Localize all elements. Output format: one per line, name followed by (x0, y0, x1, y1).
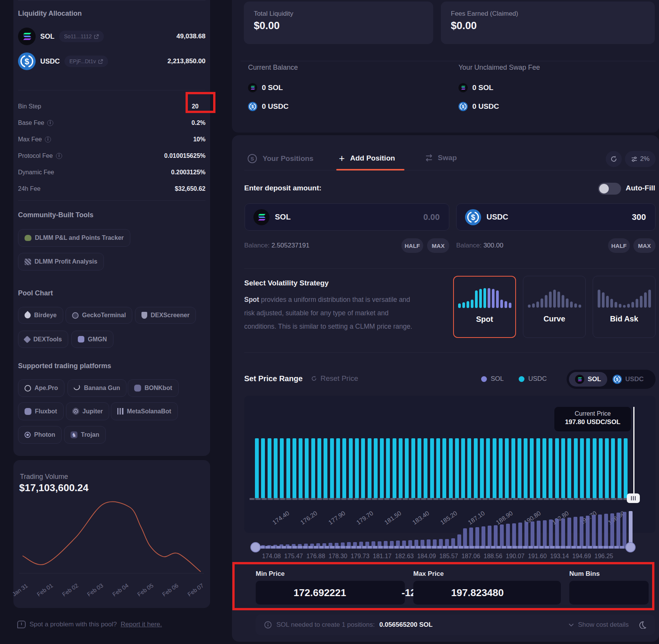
section-divider (18, 90, 205, 90)
link-label: DEXTools (33, 336, 62, 343)
moon-icon (639, 621, 646, 629)
banana-icon (74, 385, 81, 391)
report-link[interactable]: Report it here. (121, 621, 162, 628)
price-range-title: Set Price Range (244, 374, 302, 383)
token-address-pill[interactable]: So11...1112 (59, 31, 104, 42)
liquidity-bin-bar (467, 438, 471, 498)
tooltip-value: 197.80 USDC/SOL (554, 418, 631, 426)
depth-bin-bar (488, 526, 491, 547)
platform-jupiter[interactable]: Jupiter (66, 402, 109, 420)
reset-icon (311, 375, 317, 382)
platform-apepro[interactable]: Ape.Pro (18, 379, 64, 397)
liquidity-bin-bar (374, 438, 378, 498)
card-label: Total Liquidity (254, 10, 293, 18)
usdc-half-button[interactable]: HALF (608, 238, 630, 253)
link-birdeye[interactable]: Birdeye (18, 307, 63, 324)
link-dexscreener[interactable]: DEXScreener (135, 307, 196, 324)
info-icon[interactable] (56, 153, 62, 159)
liquidity-bin-bar (442, 438, 446, 498)
slippage-button[interactable]: 2% (625, 151, 656, 167)
token-address-pill[interactable]: EPjF...Dt1v (64, 56, 108, 67)
link-gmgn[interactable]: GMGN (71, 331, 113, 348)
platform-bonkbot[interactable]: BONKbot (128, 379, 179, 397)
tab-add-position[interactable]: + Add Position (339, 154, 395, 163)
quote-toggle-usdc[interactable]: USDC (607, 372, 649, 387)
platform-fluxbot[interactable]: Fluxbot (18, 402, 64, 420)
shield-icon (141, 312, 147, 319)
range-slider-handle-min[interactable] (250, 542, 261, 552)
reset-label: Reset Price (320, 374, 358, 383)
autofill-toggle[interactable] (598, 183, 621, 195)
sol-max-button[interactable]: MAX (427, 238, 449, 253)
tool-dlmm-pnl-tracker[interactable]: DLMM P&L and Points Tracker (18, 229, 130, 247)
platform-trojan[interactable]: ♞ Trojan (64, 426, 106, 444)
range-slider-handle-max[interactable] (625, 542, 636, 552)
report-footer: Spot a problem with this pool? Report it… (17, 621, 162, 628)
depth-bin-bar (623, 512, 626, 547)
stat-row-base-fee: Base Fee 0.2% (18, 115, 205, 131)
platform-label: BONKbot (145, 385, 172, 392)
max-price-input[interactable] (413, 581, 510, 605)
date-tick-label: Feb 05 (136, 582, 154, 598)
usdc-amount-input[interactable] (514, 212, 647, 223)
token-symbol: USDC (486, 213, 508, 221)
range-slider-track[interactable] (255, 546, 633, 549)
external-link-icon (94, 34, 99, 39)
strategy-option-curve[interactable]: Curve (523, 276, 586, 338)
platform-photon[interactable]: Photon (18, 426, 62, 444)
quote-toggle-sol[interactable]: SOL (569, 372, 607, 387)
info-icon[interactable] (45, 136, 51, 143)
min-price-input[interactable] (256, 581, 352, 605)
tool-dlmm-profit-analysis[interactable]: DLMM Profit Analysis (18, 253, 104, 270)
tab-swap[interactable]: Swap (425, 154, 457, 162)
chart-baseline (250, 498, 633, 500)
tab-your-positions[interactable]: Your Positions (247, 154, 314, 164)
stat-label: Max Fee (18, 136, 42, 143)
platform-metasolanabot[interactable]: MetaSolanaBot (111, 402, 178, 420)
sol-token-icon (253, 209, 270, 225)
refresh-button[interactable] (606, 151, 622, 167)
usdc-balance: Balance: 300.00 (456, 242, 503, 249)
usdc-max-button[interactable]: MAX (633, 238, 656, 253)
depth-bin-bar (543, 520, 547, 547)
depth-tick-label: 184.09 (417, 553, 436, 560)
range-drag-handle[interactable] (627, 493, 640, 503)
liquidity-bin-bar (424, 438, 427, 498)
balance-value: 0 SOL (262, 84, 283, 92)
liquidity-bin-bar (436, 438, 440, 498)
depth-overview-bars (244, 510, 656, 547)
platform-label: Photon (34, 431, 55, 438)
details-label: Show cost details (578, 621, 629, 629)
usdc-token-icon (248, 102, 257, 111)
depth-tick-label: 178.30 (329, 553, 347, 560)
liquidity-bin-bar (361, 438, 365, 498)
info-icon (264, 621, 272, 629)
sol-token-icon (18, 28, 36, 45)
legend-label: USDC (528, 375, 547, 383)
strategy-option-bidask[interactable]: Bid Ask (593, 276, 656, 338)
liquidity-bin-bar (493, 438, 496, 498)
deposit-input-sol: SOL (245, 203, 449, 231)
reset-price-button[interactable]: Reset Price (311, 374, 358, 383)
link-dextools[interactable]: DEXTools (18, 331, 68, 348)
stat-row-24h-fee: 24h Fee $32,650.62 (18, 180, 205, 197)
liquidity-bin-bar (293, 438, 296, 498)
depth-bin-bar (469, 528, 473, 547)
sol-half-button[interactable]: HALF (401, 238, 423, 253)
link-label: GMGN (88, 336, 107, 343)
show-cost-details-button[interactable]: Show cost details (568, 621, 629, 629)
depth-bin-bar (604, 514, 608, 547)
tab-label: Add Position (350, 154, 395, 162)
ape-icon (25, 385, 31, 392)
depth-tick-label: 194.69 (572, 553, 591, 560)
link-geckoterminal[interactable]: GeckoTerminal (66, 307, 132, 324)
strategy-option-spot[interactable]: Spot (453, 276, 516, 338)
info-icon[interactable] (47, 120, 53, 126)
allocation-row-usdc: USDC EPjF...Dt1v 2,213,850.00 (18, 52, 205, 70)
num-bins-input[interactable] (569, 581, 659, 605)
sol-amount-input[interactable] (296, 212, 440, 223)
depth-bin-bar (610, 513, 614, 547)
stripes-icon (25, 259, 31, 265)
token-symbol: SOL (40, 33, 54, 41)
platform-banana-gun[interactable]: Banana Gun (67, 379, 127, 397)
